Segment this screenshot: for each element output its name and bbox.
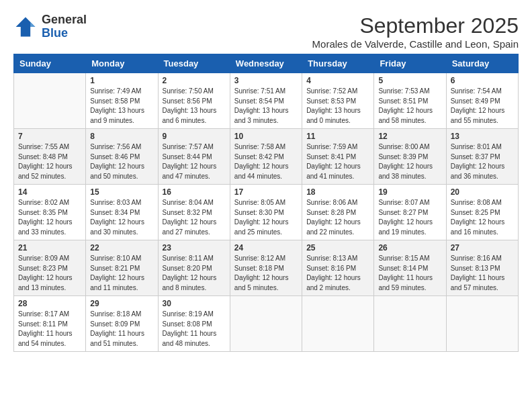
calendar-cell: 12Sunrise: 8:00 AM Sunset: 8:39 PM Dayli… (374, 129, 446, 185)
day-number: 22 (90, 243, 153, 253)
calendar-cell: 17Sunrise: 8:05 AM Sunset: 8:30 PM Dayli… (230, 185, 302, 240)
day-number: 10 (234, 132, 298, 141)
day-number: 24 (234, 243, 298, 253)
calendar-cell: 16Sunrise: 8:04 AM Sunset: 8:32 PM Dayli… (158, 185, 230, 240)
day-detail: Sunrise: 7:52 AM Sunset: 8:53 PM Dayligh… (306, 87, 369, 126)
calendar-cell: 11Sunrise: 7:59 AM Sunset: 8:41 PM Dayli… (302, 129, 374, 185)
calendar-week-row: 7Sunrise: 7:55 AM Sunset: 8:48 PM Daylig… (14, 129, 519, 185)
title-block: September 2025 Morales de Valverde, Cast… (312, 13, 519, 50)
day-detail: Sunrise: 8:19 AM Sunset: 8:08 PM Dayligh… (163, 310, 226, 349)
calendar-cell: 25Sunrise: 8:13 AM Sunset: 8:16 PM Dayli… (302, 240, 374, 296)
calendar-cell (446, 296, 518, 352)
calendar-cell: 1Sunrise: 7:49 AM Sunset: 8:58 PM Daylig… (86, 73, 158, 129)
day-detail: Sunrise: 8:06 AM Sunset: 8:28 PM Dayligh… (306, 198, 369, 237)
day-detail: Sunrise: 8:13 AM Sunset: 8:16 PM Dayligh… (306, 254, 369, 293)
day-of-week-header: Tuesday (158, 54, 230, 73)
calendar-cell: 22Sunrise: 8:10 AM Sunset: 8:21 PM Dayli… (86, 240, 158, 296)
day-of-week-header: Thursday (302, 54, 374, 73)
calendar-cell: 19Sunrise: 8:07 AM Sunset: 8:27 PM Dayli… (374, 185, 446, 240)
day-detail: Sunrise: 8:00 AM Sunset: 8:39 PM Dayligh… (378, 142, 441, 181)
day-number: 13 (451, 132, 514, 141)
calendar-cell: 13Sunrise: 8:01 AM Sunset: 8:37 PM Dayli… (446, 129, 518, 185)
day-number: 17 (234, 187, 298, 197)
calendar-table: SundayMondayTuesdayWednesdayThursdayFrid… (13, 54, 519, 352)
calendar-cell: 28Sunrise: 8:17 AM Sunset: 8:11 PM Dayli… (14, 296, 86, 352)
day-number: 27 (451, 243, 514, 253)
day-detail: Sunrise: 8:16 AM Sunset: 8:13 PM Dayligh… (451, 254, 514, 293)
month-title: September 2025 (312, 13, 519, 38)
day-number: 7 (18, 132, 81, 141)
calendar-cell: 24Sunrise: 8:12 AM Sunset: 8:18 PM Dayli… (230, 240, 302, 296)
day-detail: Sunrise: 7:55 AM Sunset: 8:48 PM Dayligh… (18, 142, 81, 181)
calendar-cell: 30Sunrise: 8:19 AM Sunset: 8:08 PM Dayli… (158, 296, 230, 352)
day-number: 21 (18, 243, 81, 253)
day-number: 14 (18, 187, 81, 197)
day-detail: Sunrise: 8:07 AM Sunset: 8:27 PM Dayligh… (378, 198, 441, 237)
day-detail: Sunrise: 7:54 AM Sunset: 8:49 PM Dayligh… (451, 87, 514, 126)
day-number: 20 (451, 187, 514, 197)
day-detail: Sunrise: 7:56 AM Sunset: 8:46 PM Dayligh… (90, 142, 153, 181)
day-number: 5 (378, 76, 441, 85)
day-of-week-header: Friday (374, 54, 446, 73)
calendar-cell: 3Sunrise: 7:51 AM Sunset: 8:54 PM Daylig… (230, 73, 302, 129)
day-detail: Sunrise: 8:08 AM Sunset: 8:25 PM Dayligh… (451, 198, 514, 237)
calendar-cell (230, 296, 302, 352)
day-detail: Sunrise: 8:04 AM Sunset: 8:32 PM Dayligh… (163, 198, 226, 237)
calendar-cell: 4Sunrise: 7:52 AM Sunset: 8:53 PM Daylig… (302, 73, 374, 129)
calendar-header-row: SundayMondayTuesdayWednesdayThursdayFrid… (14, 54, 519, 73)
day-number: 1 (90, 76, 153, 85)
calendar-cell: 8Sunrise: 7:56 AM Sunset: 8:46 PM Daylig… (86, 129, 158, 185)
calendar-week-row: 21Sunrise: 8:09 AM Sunset: 8:23 PM Dayli… (14, 240, 519, 296)
location-subtitle: Morales de Valverde, Castille and Leon, … (312, 38, 519, 50)
day-detail: Sunrise: 8:17 AM Sunset: 8:11 PM Dayligh… (18, 310, 81, 349)
day-number: 9 (163, 132, 226, 141)
day-number: 18 (306, 187, 369, 197)
calendar-cell: 20Sunrise: 8:08 AM Sunset: 8:25 PM Dayli… (446, 185, 518, 240)
day-of-week-header: Saturday (446, 54, 518, 73)
day-number: 26 (378, 243, 441, 253)
day-detail: Sunrise: 8:02 AM Sunset: 8:35 PM Dayligh… (18, 198, 81, 237)
day-number: 4 (306, 76, 369, 85)
day-detail: Sunrise: 8:15 AM Sunset: 8:14 PM Dayligh… (378, 254, 441, 293)
day-number: 29 (90, 299, 153, 308)
day-number: 23 (163, 243, 226, 253)
day-number: 2 (163, 76, 226, 85)
calendar-cell: 27Sunrise: 8:16 AM Sunset: 8:13 PM Dayli… (446, 240, 518, 296)
day-detail: Sunrise: 7:57 AM Sunset: 8:44 PM Dayligh… (163, 142, 226, 181)
day-number: 8 (90, 132, 153, 141)
day-number: 30 (163, 299, 226, 308)
svg-marker-1 (30, 22, 35, 27)
day-detail: Sunrise: 7:50 AM Sunset: 8:56 PM Dayligh… (163, 87, 226, 126)
day-detail: Sunrise: 7:53 AM Sunset: 8:51 PM Dayligh… (378, 87, 441, 126)
calendar-cell: 6Sunrise: 7:54 AM Sunset: 8:49 PM Daylig… (446, 73, 518, 129)
day-of-week-header: Sunday (14, 54, 86, 73)
day-number: 16 (163, 187, 226, 197)
day-number: 28 (18, 299, 81, 308)
calendar-cell: 9Sunrise: 7:57 AM Sunset: 8:44 PM Daylig… (158, 129, 230, 185)
calendar-cell: 15Sunrise: 8:03 AM Sunset: 8:34 PM Dayli… (86, 185, 158, 240)
day-detail: Sunrise: 8:09 AM Sunset: 8:23 PM Dayligh… (18, 254, 81, 293)
day-detail: Sunrise: 8:10 AM Sunset: 8:21 PM Dayligh… (90, 254, 153, 293)
calendar-cell (374, 296, 446, 352)
day-number: 11 (306, 132, 369, 141)
day-of-week-header: Monday (86, 54, 158, 73)
day-number: 3 (234, 76, 298, 85)
logo-text: General Blue (42, 13, 87, 40)
day-detail: Sunrise: 8:03 AM Sunset: 8:34 PM Dayligh… (90, 198, 153, 237)
calendar-cell: 18Sunrise: 8:06 AM Sunset: 8:28 PM Dayli… (302, 185, 374, 240)
day-detail: Sunrise: 7:49 AM Sunset: 8:58 PM Dayligh… (90, 87, 153, 126)
day-of-week-header: Wednesday (230, 54, 302, 73)
day-detail: Sunrise: 7:59 AM Sunset: 8:41 PM Dayligh… (306, 142, 369, 181)
calendar-week-row: 14Sunrise: 8:02 AM Sunset: 8:35 PM Dayli… (14, 185, 519, 240)
calendar-cell: 23Sunrise: 8:11 AM Sunset: 8:20 PM Dayli… (158, 240, 230, 296)
page-header: General Blue September 2025 Morales de V… (13, 13, 519, 50)
day-detail: Sunrise: 7:58 AM Sunset: 8:42 PM Dayligh… (234, 142, 298, 181)
calendar-cell: 10Sunrise: 7:58 AM Sunset: 8:42 PM Dayli… (230, 129, 302, 185)
calendar-cell: 5Sunrise: 7:53 AM Sunset: 8:51 PM Daylig… (374, 73, 446, 129)
calendar-cell: 14Sunrise: 8:02 AM Sunset: 8:35 PM Dayli… (14, 185, 86, 240)
calendar-week-row: 1Sunrise: 7:49 AM Sunset: 8:58 PM Daylig… (14, 73, 519, 129)
calendar-cell: 29Sunrise: 8:18 AM Sunset: 8:09 PM Dayli… (86, 296, 158, 352)
day-number: 15 (90, 187, 153, 197)
calendar-cell: 26Sunrise: 8:15 AM Sunset: 8:14 PM Dayli… (374, 240, 446, 296)
calendar-cell (14, 73, 86, 129)
